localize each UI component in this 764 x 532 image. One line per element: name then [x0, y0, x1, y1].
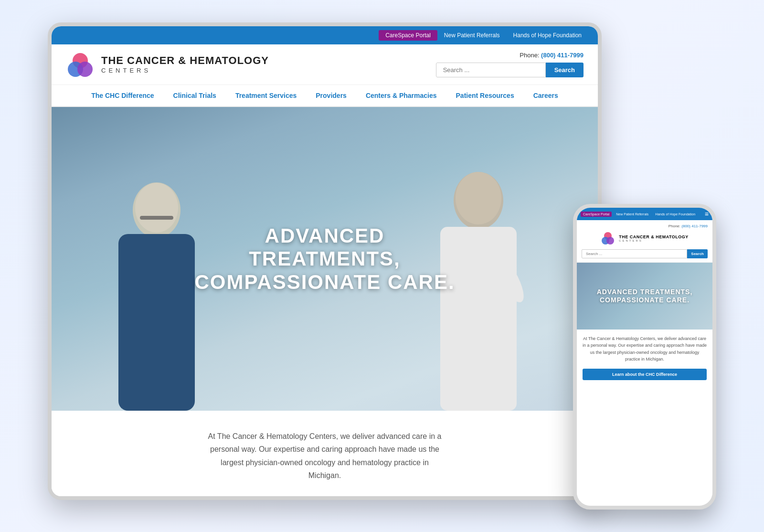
hero-text: ADVANCED TREATMENTS, COMPASSIONATE CARE. [188, 224, 461, 294]
tablet-device: CareSpace Portal New Patient Referrals H… [48, 22, 602, 500]
phone-search-area: Search [582, 249, 708, 258]
topbar-item-hope[interactable]: Hands of Hope Foundation [507, 30, 588, 41]
hero-section: ADVANCED TREATMENTS, COMPASSIONATE CARE. [52, 107, 598, 411]
phone-phone-line: Phone: (800) 411-7999 [582, 224, 708, 228]
phone-search-button[interactable]: Search [687, 249, 708, 258]
nav-item-treatment-services[interactable]: Treatment Services [235, 92, 297, 99]
phone-device: CareSpace Portal New Patient Referrals H… [573, 204, 716, 510]
svg-point-5 [135, 183, 178, 233]
phone-logo-text-area: THE CANCER & HEMATOLOGY CENTERS [619, 234, 689, 243]
header: THE CANCER & HEMATOLOGY CENTERS Phone: (… [52, 44, 598, 85]
nav-item-patient-resources[interactable]: Patient Resources [456, 92, 514, 99]
main-nav: The CHC Difference Clinical Trials Treat… [52, 85, 598, 107]
phone-label: Phone: [520, 52, 539, 59]
search-area: Search [436, 63, 584, 77]
phone-body: At The Cancer & Hematology Centers, we d… [577, 330, 712, 506]
svg-point-13 [606, 237, 614, 245]
nav-item-centers-pharmacies[interactable]: Centers & Pharmacies [366, 92, 437, 99]
svg-rect-4 [118, 234, 195, 411]
phone-hero-text: ADVANCED TREATMENTS, COMPASSIONATE CARE. [577, 263, 712, 330]
phone-logo-main: THE CANCER & HEMATOLOGY [619, 234, 689, 240]
phone-body-text: At The Cancer & Hematology Centers, we d… [583, 335, 707, 363]
logo-sub-title: CENTERS [101, 67, 269, 74]
phone-hero-headline: ADVANCED TREATMENTS, COMPASSIONATE CARE. [582, 288, 708, 304]
svg-point-9 [456, 172, 501, 224]
topbar-item-carespace[interactable]: CareSpace Portal [379, 30, 437, 41]
search-button[interactable]: Search [546, 63, 584, 77]
svg-rect-6 [140, 216, 173, 220]
phone-top-bar: CareSpace Portal New Patient Referrals H… [577, 208, 712, 220]
topbar-item-referrals[interactable]: New Patient Referrals [437, 30, 507, 41]
header-right: Phone: (800) 411-7999 Search [436, 52, 584, 77]
phone-logo-icon [601, 231, 615, 245]
logo-main-title: THE CANCER & HEMATOLOGY [101, 55, 269, 66]
phone-topbar-carespace[interactable]: CareSpace Portal [581, 212, 612, 217]
body-text: At The Cancer & Hematology Centers, we d… [205, 430, 444, 482]
nav-item-careers[interactable]: Careers [533, 92, 558, 99]
phone-logo-area: THE CANCER & HEMATOLOGY CENTERS [582, 231, 708, 245]
phone-top-bar-items: CareSpace Portal New Patient Referrals H… [581, 212, 698, 217]
phone-cta-button[interactable]: Learn about the CHC Difference [583, 369, 707, 380]
hamburger-icon[interactable]: ≡ [705, 210, 709, 218]
phone-topbar-hope[interactable]: Hands of Hope Foundation [653, 212, 698, 217]
phone-header: Phone: (800) 411-7999 THE CANCER & HEMAT… [577, 220, 712, 263]
logo-text: THE CANCER & HEMATOLOGY CENTERS [101, 55, 269, 74]
hero-headline-line2: COMPASSIONATE CARE. [188, 270, 461, 293]
phone-search-input[interactable] [582, 249, 687, 258]
phone-line: Phone: (800) 411-7999 [520, 52, 584, 59]
phone-phone-number[interactable]: (800) 411-7999 [681, 224, 708, 228]
scene: CareSpace Portal New Patient Referrals H… [48, 22, 716, 510]
hero-headline-line1: ADVANCED TREATMENTS, [188, 224, 461, 271]
top-bar: CareSpace Portal New Patient Referrals H… [52, 26, 598, 44]
svg-point-2 [77, 62, 93, 77]
nav-item-providers[interactable]: Providers [316, 92, 347, 99]
phone-hero: ADVANCED TREATMENTS, COMPASSIONATE CARE. [577, 263, 712, 330]
nav-item-chc-difference[interactable]: The CHC Difference [91, 92, 154, 99]
phone-logo-sub: CENTERS [619, 239, 689, 242]
nav-item-clinical-trials[interactable]: Clinical Trials [173, 92, 216, 99]
body-section: At The Cancer & Hematology Centers, we d… [52, 411, 598, 496]
logo-icon [66, 50, 95, 79]
phone-topbar-referrals[interactable]: New Patient Referrals [614, 212, 651, 217]
phone-phone-label: Phone: [668, 224, 680, 228]
phone-number[interactable]: (800) 411-7999 [541, 52, 584, 59]
figure-left [90, 181, 223, 411]
search-input[interactable] [436, 63, 546, 77]
logo-area: THE CANCER & HEMATOLOGY CENTERS [66, 50, 269, 79]
